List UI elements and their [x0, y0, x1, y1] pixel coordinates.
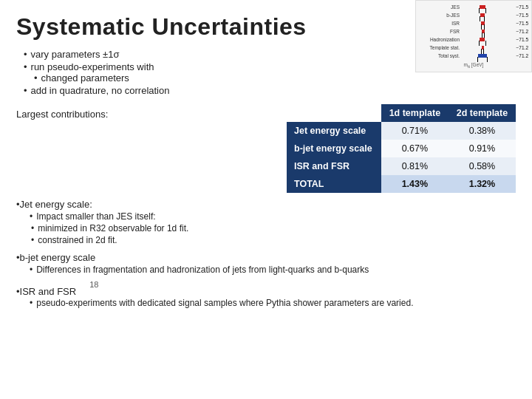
table-row: Jet energy scale0.71%0.38% [287, 122, 516, 140]
table-row: b-jet energy scale0.67%0.91% [287, 140, 516, 157]
page: JES −71.5 b-JES −71.5 [0, 0, 532, 399]
page-number: 18 [89, 280, 98, 289]
chart-row-label: Total syst. [419, 53, 460, 58]
table-row: TOTAL1.43%1.32% [287, 175, 516, 193]
table-cell-2d: 0.38% [449, 122, 516, 140]
chart-x-axis-label: mtt [GeV] [419, 62, 528, 69]
jet-energy-subsub-1: minimized in R32 observable for 1d fit. [31, 222, 516, 234]
chart-row-value: −71.5 [506, 4, 528, 10]
isr-heading: •ISR and FSR [16, 286, 76, 297]
table-cell-label: ISR and FSR [287, 157, 381, 175]
table-header-blank [287, 104, 381, 122]
chart-row-label: FSR [419, 29, 460, 34]
chart-row-value: −71.2 [506, 53, 528, 58]
jet-energy-section: •Jet energy scale: Impact smaller than J… [16, 197, 516, 246]
table-cell-label: Jet energy scale [287, 122, 381, 140]
chart-row-value: −71.5 [506, 21, 528, 26]
bjet-sub-1: Differences in fragmentation and hadroni… [30, 264, 516, 276]
table-header-2d: 2d template [449, 104, 516, 122]
jet-energy-subsubbullets: minimized in R32 observable for 1d fit. … [31, 222, 516, 246]
main-content: Largest contributions: 1d template 2d te… [16, 104, 516, 193]
table-header-1d: 1d template [381, 104, 449, 122]
jet-energy-heading: •Jet energy scale: [16, 199, 92, 210]
table-row: ISR and FSR0.81%0.58% [287, 157, 516, 175]
chart-row-label: Template stat. [419, 45, 460, 50]
table-cell-1d: 1.43% [381, 175, 449, 193]
chart-row-value: −71.5 [506, 13, 528, 18]
bullet-item-2-line1: run pseudo-experiments with [31, 61, 154, 72]
bjet-subbullets: Differences in fragmentation and hadroni… [30, 264, 516, 276]
table-cell-label: b-jet energy scale [287, 140, 381, 157]
chart-row-label: b-JES [419, 13, 460, 18]
isr-subbullets: pseudo-experiments with dedicated signal… [30, 297, 516, 309]
bjet-heading: •b-jet energy scale [16, 252, 95, 263]
jet-energy-subbullets: Impact smaller than JES itself: [30, 211, 516, 222]
chart-row-label: JES [419, 4, 460, 10]
chart-row-value: −71.2 [506, 29, 528, 34]
chart-row-label: Hadronization [419, 37, 460, 42]
table-cell-label: TOTAL [287, 175, 381, 193]
table-cell-1d: 0.81% [381, 157, 449, 175]
bjet-section: •b-jet energy scale Differences in fragm… [16, 250, 516, 276]
right-column: 1d template 2d template Jet energy scale… [287, 104, 516, 193]
bottom-section: •Jet energy scale: Impact smaller than J… [16, 197, 516, 309]
chart-row-value: −71.5 [506, 37, 528, 42]
results-table: 1d template 2d template Jet energy scale… [287, 104, 516, 193]
isr-section: •ISR and FSR 18 [16, 280, 516, 297]
isr-sub-1: pseudo-experiments with dedicated signal… [30, 297, 516, 309]
table-cell-2d: 1.32% [449, 175, 516, 193]
chart-row-label: ISR [419, 21, 460, 26]
distribution-chart: JES −71.5 b-JES −71.5 [415, 0, 532, 85]
largest-contributions-label: Largest contributions: [16, 109, 279, 120]
left-column: Largest contributions: [16, 104, 287, 193]
jet-energy-sub-1: Impact smaller than JES itself: [30, 211, 516, 222]
chart-row-value: −71.2 [506, 45, 528, 50]
jet-energy-subsub-2: constrained in 2d fit. [31, 234, 516, 246]
table-cell-2d: 0.91% [449, 140, 516, 157]
chart-area: JES −71.5 b-JES −71.5 [414, 0, 532, 89]
table-cell-1d: 0.71% [381, 122, 449, 140]
table-cell-1d: 0.67% [381, 140, 449, 157]
table-cell-2d: 0.58% [449, 157, 516, 175]
